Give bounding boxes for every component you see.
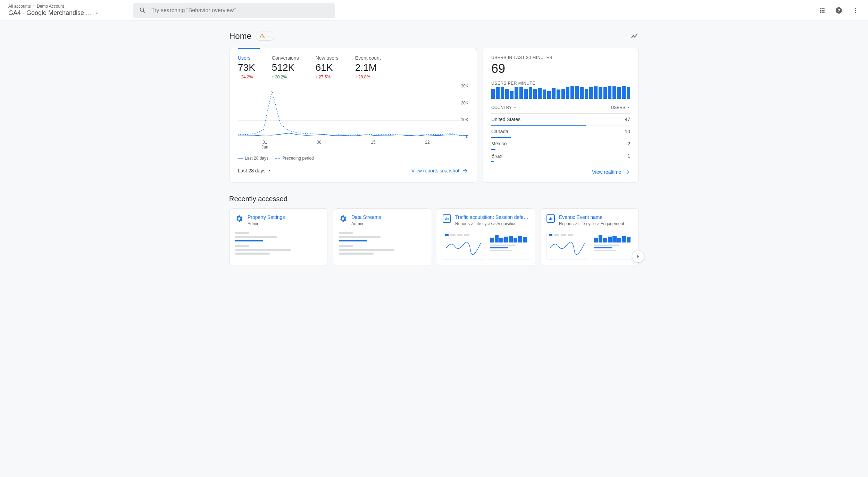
metric-new-users[interactable]: New users61K↓ 27.5% xyxy=(316,55,339,79)
arrow-right-icon xyxy=(624,169,630,175)
recent-next-button[interactable] xyxy=(632,250,644,263)
realtime-card: USERS IN LAST 30 MINUTES 69 USERS PER MI… xyxy=(483,48,639,182)
app-header: All accounts › Demo Account GA4 - Google… xyxy=(0,0,868,21)
metric-conversions[interactable]: Conversions512K↑ 30.2% xyxy=(272,55,299,79)
overview-chart: 30K20K10K0 01Jan081522 xyxy=(238,84,468,153)
metric-users[interactable]: Users73K↓ 24.2% xyxy=(238,55,255,79)
realtime-permin-label: USERS PER MINUTE xyxy=(491,81,630,86)
search-box[interactable] xyxy=(133,3,335,18)
country-row: Brazil1 xyxy=(491,150,630,162)
page-title: Home xyxy=(229,31,251,41)
breadcrumb-account[interactable]: Demo Account xyxy=(37,4,64,9)
svg-rect-17 xyxy=(550,218,551,220)
search-icon xyxy=(139,7,147,14)
property-selector[interactable]: GA4 - Google Merchandise … xyxy=(8,9,119,17)
gear-icon xyxy=(235,214,243,223)
recent-card[interactable]: Data StreamsAdmin xyxy=(333,208,431,265)
breadcrumb-all-accounts[interactable]: All accounts xyxy=(8,4,31,9)
country-row: Canada10 xyxy=(491,126,630,138)
overview-card: Users73K↓ 24.2%Conversions512K↑ 30.2%New… xyxy=(229,48,477,182)
country-row: United States47 xyxy=(491,113,630,126)
metric-event-count[interactable]: Event count2.1M↓ 28.8% xyxy=(355,55,381,79)
svg-rect-13 xyxy=(445,219,446,220)
date-range-selector[interactable]: Last 28 days xyxy=(238,168,272,173)
svg-point-8 xyxy=(633,35,634,36)
svg-point-3 xyxy=(855,10,856,11)
help-icon[interactable]: ? xyxy=(835,6,843,15)
gear-icon xyxy=(339,214,347,223)
apps-icon[interactable] xyxy=(818,6,826,15)
chevron-down-icon xyxy=(267,34,270,38)
arrow-right-icon xyxy=(462,168,468,174)
chart-icon xyxy=(546,214,555,223)
chart-icon xyxy=(443,214,451,223)
insights-toggle[interactable] xyxy=(631,32,639,40)
svg-rect-16 xyxy=(549,219,550,220)
svg-point-4 xyxy=(855,12,856,13)
legend-current: Last 28 days xyxy=(245,156,268,161)
realtime-users-value: 69 xyxy=(491,61,630,76)
warning-icon xyxy=(259,33,265,39)
chevron-down-icon xyxy=(267,169,272,173)
diagnostics-pill[interactable] xyxy=(256,32,274,41)
legend-prev: Preceding period xyxy=(282,156,314,161)
search-input[interactable] xyxy=(151,7,329,14)
recent-card[interactable]: Property SettingsAdmin xyxy=(229,208,327,265)
realtime-bars xyxy=(491,86,630,99)
chevron-down-icon xyxy=(627,106,630,109)
svg-text:?: ? xyxy=(837,8,840,13)
svg-point-6 xyxy=(262,37,262,37)
recent-card[interactable]: Traffic acquisition: Session defa…Report… xyxy=(437,208,535,265)
chevron-down-icon xyxy=(513,106,517,109)
svg-point-7 xyxy=(636,34,637,35)
insights-icon xyxy=(631,32,639,40)
svg-rect-15 xyxy=(448,218,448,220)
realtime-users-label: USERS IN LAST 30 MINUTES xyxy=(491,55,630,60)
recent-card[interactable]: Events: Event nameReports > Life cycle >… xyxy=(541,208,639,265)
chevron-down-icon xyxy=(94,10,100,16)
breadcrumb: All accounts › Demo Account xyxy=(8,4,119,9)
svg-rect-18 xyxy=(551,218,552,220)
svg-rect-14 xyxy=(446,218,447,220)
more-icon[interactable] xyxy=(851,6,860,15)
reports-snapshot-link[interactable]: View reports snapshot xyxy=(411,168,468,174)
country-col-header[interactable]: COUNTRY xyxy=(491,105,517,110)
recently-accessed-title: Recently accessed xyxy=(229,195,639,203)
realtime-link[interactable]: View realtime xyxy=(592,169,630,175)
users-col-header[interactable]: USERS xyxy=(611,105,630,110)
svg-point-2 xyxy=(855,8,856,9)
chevron-right-icon xyxy=(635,253,641,259)
country-row: Mexico2 xyxy=(491,138,630,150)
